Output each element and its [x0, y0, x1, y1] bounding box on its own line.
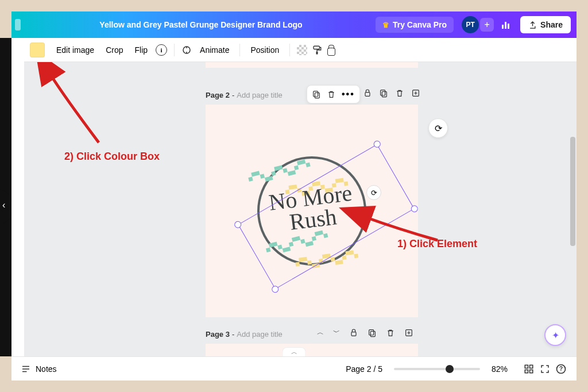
- selection-toolbar: •••: [307, 85, 360, 103]
- context-toolbar: Edit image Crop Flip i Animate Position: [24, 38, 577, 62]
- avatar[interactable]: PT: [462, 16, 479, 33]
- flip-button[interactable]: Flip: [131, 43, 152, 57]
- svg-rect-11: [370, 331, 375, 336]
- svg-rect-3: [365, 93, 370, 97]
- scrollbar[interactable]: [568, 62, 575, 356]
- lock-page-icon[interactable]: [363, 89, 372, 98]
- app-frame: Yellow and Grey Pastel Grunge Designer B…: [11, 11, 577, 381]
- duplicate-page-icon[interactable]: [379, 89, 388, 98]
- help-icon[interactable]: ?: [555, 363, 567, 375]
- bottom-bar: Notes Page 2 / 5 82% ?: [11, 356, 577, 381]
- trash-icon[interactable]: [327, 90, 336, 99]
- move-up-icon[interactable]: ︿: [317, 328, 324, 337]
- svg-rect-16: [530, 370, 533, 372]
- svg-rect-2: [316, 52, 318, 55]
- page-3-header: Page 3 - Add page title: [206, 330, 283, 339]
- canvas-page-3-edge[interactable]: [206, 344, 418, 356]
- lock-icon[interactable]: [327, 48, 335, 56]
- page-2-title-input[interactable]: Add page title: [237, 91, 283, 99]
- page-2-actions: [363, 89, 420, 98]
- transparency-icon[interactable]: [297, 45, 307, 55]
- position-button[interactable]: Position: [247, 43, 283, 57]
- separator: [289, 44, 290, 56]
- dash: -: [232, 330, 234, 339]
- add-member-button[interactable]: +: [480, 18, 494, 32]
- svg-rect-14: [530, 365, 533, 368]
- annotation-step-2: 2) Click Colour Box: [64, 151, 160, 163]
- notes-label: Notes: [36, 364, 57, 374]
- scroll-thumb[interactable]: [570, 137, 575, 246]
- rotate-handle[interactable]: ⟳: [366, 185, 381, 200]
- page-3-label: Page 3: [206, 330, 230, 339]
- zoom-slider[interactable]: [394, 368, 480, 370]
- reset-rotation-button[interactable]: ⟳: [428, 118, 448, 138]
- page-3-actions: ︿ ﹀: [317, 328, 413, 337]
- avatar-initials: PT: [466, 21, 474, 29]
- page-indicator[interactable]: Page 2 / 5: [346, 364, 382, 374]
- duplicate-page-icon[interactable]: [368, 328, 377, 337]
- fullscreen-icon[interactable]: [539, 363, 551, 375]
- canvas-page-1-edge[interactable]: [206, 62, 418, 68]
- lock-page-icon[interactable]: [349, 328, 358, 337]
- crop-button[interactable]: Crop: [102, 43, 126, 57]
- page-3-title-input[interactable]: Add page title: [237, 330, 283, 339]
- svg-rect-7: [314, 91, 318, 97]
- magic-button[interactable]: ✦: [544, 324, 566, 346]
- dash: -: [232, 91, 234, 99]
- animate-icon: [181, 45, 192, 55]
- svg-rect-4: [381, 90, 385, 95]
- notes-icon: [21, 364, 31, 374]
- duplicate-icon[interactable]: [312, 90, 321, 99]
- insights-icon[interactable]: [502, 21, 512, 29]
- canvas-workspace[interactable]: Page 2 - Add page title ••• 〰〰 〰〰 No Mor…: [24, 62, 577, 356]
- zoom-percent[interactable]: 82%: [492, 364, 508, 374]
- document-title[interactable]: Yellow and Grey Pastel Grunge Designer B…: [26, 20, 376, 29]
- crown-icon: ♛: [382, 21, 389, 29]
- try-pro-label: Try Canva Pro: [393, 20, 447, 29]
- svg-rect-5: [382, 91, 386, 97]
- page-2-label: Page 2: [206, 91, 230, 99]
- delete-page-icon[interactable]: [386, 328, 395, 337]
- page-drawer-toggle[interactable]: ︿: [283, 347, 306, 356]
- separator: [174, 44, 175, 56]
- svg-rect-10: [369, 329, 374, 335]
- svg-rect-1: [314, 46, 320, 49]
- page-2-header: Page 2 - Add page title: [206, 91, 283, 99]
- top-bar: Yellow and Grey Pastel Grunge Designer B…: [11, 11, 577, 38]
- zoom-slider-thumb[interactable]: [446, 365, 454, 373]
- svg-rect-15: [525, 370, 528, 372]
- try-pro-button[interactable]: ♛ Try Canva Pro: [376, 17, 454, 33]
- separator: [239, 44, 240, 56]
- canvas-page-2[interactable]: 〰〰 〰〰 No MoreRush ⟳: [206, 105, 418, 317]
- svg-rect-8: [315, 93, 319, 98]
- upload-icon: [528, 21, 537, 29]
- svg-text:?: ?: [559, 366, 563, 372]
- share-button[interactable]: Share: [520, 16, 571, 33]
- add-page-icon[interactable]: [404, 328, 413, 337]
- move-down-icon[interactable]: ﹀: [333, 328, 340, 337]
- info-icon[interactable]: i: [156, 44, 167, 56]
- menu-handle-icon[interactable]: [15, 19, 21, 30]
- resize-handle-se[interactable]: [410, 204, 419, 213]
- sparkle-icon: ✦: [552, 330, 559, 341]
- paint-roller-icon[interactable]: [312, 44, 322, 56]
- grid-view-icon[interactable]: [523, 363, 535, 375]
- add-page-icon[interactable]: [411, 89, 420, 98]
- svg-rect-13: [525, 365, 528, 368]
- share-label: Share: [540, 20, 563, 29]
- edit-image-button[interactable]: Edit image: [53, 43, 98, 57]
- svg-rect-9: [351, 332, 356, 336]
- delete-page-icon[interactable]: [395, 89, 404, 98]
- color-swatch-button[interactable]: [30, 43, 45, 57]
- more-icon[interactable]: •••: [342, 89, 355, 99]
- animate-button[interactable]: Animate: [196, 43, 233, 57]
- notes-button[interactable]: Notes: [21, 364, 57, 374]
- annotation-step-1: 1) Click Element: [397, 238, 477, 250]
